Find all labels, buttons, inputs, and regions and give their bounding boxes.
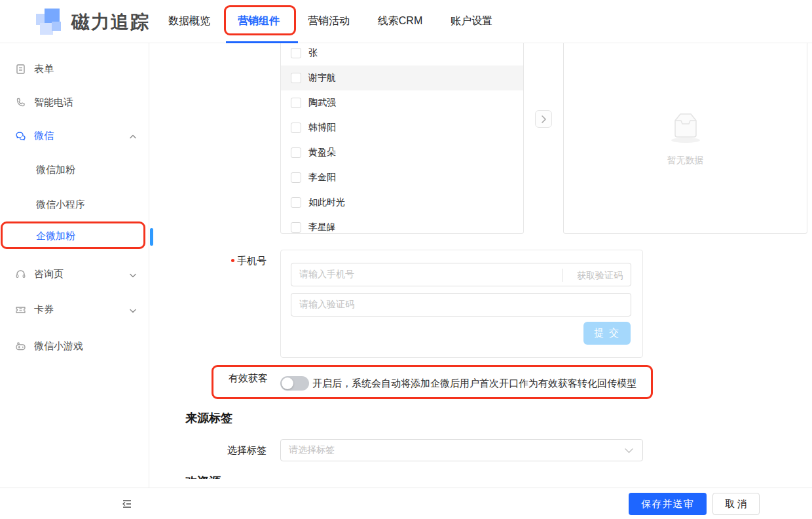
member-option-row[interactable]: 李星皞 xyxy=(281,215,523,234)
verification-code-placeholder: 请输入验证码 xyxy=(299,299,354,311)
phone-number-input[interactable]: 请输入手机号 获取验证码 xyxy=(291,263,631,286)
member-checkbox[interactable] xyxy=(291,147,301,158)
nav-tab-3[interactable]: 营销活动 xyxy=(308,14,350,28)
sidebar-item-9[interactable]: 微信小游戏 xyxy=(0,337,149,355)
member-name: 黄盈朵 xyxy=(308,147,336,159)
nav-tab-2[interactable]: 营销组件 xyxy=(238,14,280,28)
member-checkbox[interactable] xyxy=(291,172,301,183)
chevron-down-icon xyxy=(129,305,137,313)
chevron-up-icon xyxy=(129,132,137,140)
valid-acquisition-label: 有效获客 xyxy=(229,372,268,385)
sidebar-item-1[interactable]: 表单 xyxy=(0,60,149,77)
member-checkbox[interactable] xyxy=(291,98,301,108)
clipped-section-heading: 改资源 xyxy=(185,474,264,479)
footer-bar: 保存并送审 取 消 xyxy=(0,488,812,519)
save-and-submit-button[interactable]: 保存并送审 xyxy=(629,493,707,515)
empty-inbox-icon xyxy=(667,111,704,144)
sidebar-item-3[interactable]: 微信 xyxy=(0,127,149,144)
chevron-down-icon xyxy=(129,270,137,278)
valid-acquisition-description: 开启后，系统会自动将添加企微后用户首次开口作为有效获客转化回传模型 xyxy=(312,377,637,390)
member-name: 陶武强 xyxy=(308,97,336,109)
sidebar-active-indicator xyxy=(150,228,153,246)
empty-state-text: 暂无数据 xyxy=(564,155,807,166)
nav-tab-4[interactable]: 线索CRM xyxy=(378,14,422,28)
tag-select[interactable]: 请选择标签 xyxy=(280,439,643,461)
member-name: 李星皞 xyxy=(308,221,336,233)
wechat-icon xyxy=(15,130,26,142)
required-marker xyxy=(231,259,234,262)
phone-icon xyxy=(15,97,26,108)
phone-verification-card: 请输入手机号 获取验证码 请输入验证码 提 交 xyxy=(280,250,643,358)
sidebar-item-label: 智能电话 xyxy=(34,96,73,109)
sidebar-item-8[interactable]: 卡券 xyxy=(0,301,149,318)
tag-select-placeholder: 请选择标签 xyxy=(289,444,335,456)
headset-icon xyxy=(15,269,26,280)
member-checkbox[interactable] xyxy=(291,123,301,133)
chevron-down-icon xyxy=(625,448,633,453)
member-checkbox[interactable] xyxy=(291,222,301,233)
coupon-icon xyxy=(15,304,26,315)
member-name: 李金阳 xyxy=(308,172,336,183)
sidebar-item-label: 微信加粉 xyxy=(36,164,75,176)
nav-tab-1[interactable]: 数据概览 xyxy=(168,14,210,28)
member-name: 韩博阳 xyxy=(308,122,336,134)
member-checkbox[interactable] xyxy=(291,73,301,83)
member-source-list: 张谢宇航陶武强韩博阳黄盈朵李金阳如此时光李星皞 xyxy=(280,41,524,234)
chevron-right-icon xyxy=(540,115,547,124)
brand-logo-icon xyxy=(36,9,65,36)
collapse-sidebar-icon[interactable] xyxy=(121,498,133,510)
empty-state: 暂无数据 xyxy=(564,111,807,166)
cancel-button[interactable]: 取 消 xyxy=(712,493,760,515)
sidebar: 表单智能电话微信微信加粉微信小程序企微加粉咨询页卡券微信小游戏 xyxy=(0,43,149,488)
sidebar-item-label: 微信小程序 xyxy=(36,199,85,211)
member-option-row[interactable]: 如此时光 xyxy=(281,190,523,215)
member-checkbox[interactable] xyxy=(291,197,301,208)
member-name: 谢宇航 xyxy=(308,72,336,84)
member-option-row[interactable]: 黄盈朵 xyxy=(281,140,523,165)
member-option-row[interactable]: 李金阳 xyxy=(281,165,523,190)
member-checkbox[interactable] xyxy=(291,48,301,58)
member-option-row[interactable]: 张 xyxy=(281,41,523,66)
phone-number-placeholder: 请输入手机号 xyxy=(299,269,354,280)
member-name: 张 xyxy=(308,47,318,59)
sidebar-item-label: 咨询页 xyxy=(34,268,64,280)
divider xyxy=(562,269,563,282)
member-name: 如此时光 xyxy=(308,197,345,208)
member-option-row[interactable]: 陶武强 xyxy=(281,90,523,115)
nav-tab-5[interactable]: 账户设置 xyxy=(451,14,492,28)
sidebar-item-2[interactable]: 智能电话 xyxy=(0,94,149,111)
sidebar-item-6[interactable]: 企微加粉 xyxy=(0,227,149,244)
submit-button[interactable]: 提 交 xyxy=(583,322,631,345)
phone-field-label: 手机号 xyxy=(231,255,267,267)
game-icon xyxy=(15,341,26,352)
form-icon xyxy=(15,64,26,75)
brand-logo-text: 磁力追踪 xyxy=(71,10,150,35)
valid-acquisition-toggle[interactable] xyxy=(280,376,309,391)
member-option-row[interactable]: 谢宇航 xyxy=(281,66,523,90)
sidebar-item-label: 微信小游戏 xyxy=(34,340,83,353)
sidebar-item-label: 卡券 xyxy=(34,303,54,316)
sidebar-item-label: 企微加粉 xyxy=(36,230,75,242)
sidebar-item-5[interactable]: 微信小程序 xyxy=(0,196,149,213)
sidebar-item-label: 表单 xyxy=(34,63,54,75)
sidebar-item-label: 微信 xyxy=(34,130,54,142)
top-navbar: 磁力追踪 数据概览营销组件营销活动线索CRM账户设置 xyxy=(0,0,812,43)
source-tag-section-title: 来源标签 xyxy=(185,410,232,426)
sidebar-item-7[interactable]: 咨询页 xyxy=(0,265,149,282)
verification-code-input[interactable]: 请输入验证码 xyxy=(291,293,631,317)
transfer-right-button[interactable] xyxy=(535,110,552,128)
active-tab-underline xyxy=(226,41,298,43)
brand-logo: 磁力追踪 xyxy=(36,9,150,36)
member-option-row[interactable]: 韩博阳 xyxy=(281,115,523,140)
app-window: 磁力追踪 数据概览营销组件营销活动线索CRM账户设置 表单智能电话微信微信加粉微… xyxy=(0,0,812,519)
get-code-button[interactable]: 获取验证码 xyxy=(577,263,623,287)
member-target-panel: 暂无数据 xyxy=(563,41,807,234)
select-tag-label: 选择标签 xyxy=(227,444,267,457)
sidebar-item-4[interactable]: 微信加粉 xyxy=(0,161,149,178)
toggle-knob xyxy=(282,377,293,389)
